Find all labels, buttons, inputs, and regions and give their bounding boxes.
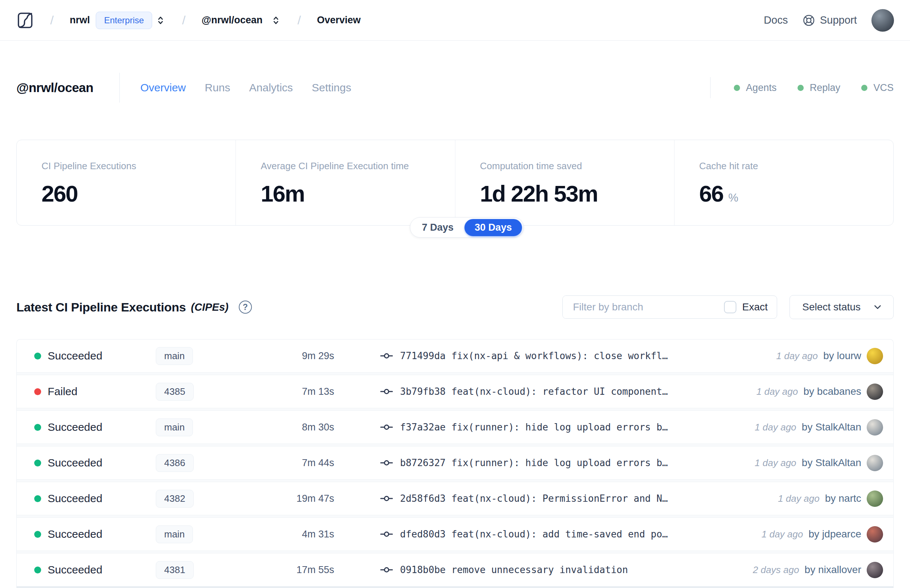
date-range-toggle: 7 Days 30 Days xyxy=(410,217,524,237)
indicator-agents[interactable]: Agents xyxy=(734,82,776,94)
title-tabs-divider xyxy=(120,73,120,103)
row-separator xyxy=(17,551,893,553)
breadcrumb-separator: / xyxy=(50,13,53,27)
table-filters: Exact Select status xyxy=(562,295,894,319)
git-commit-icon xyxy=(380,349,393,363)
author-label: by lourw xyxy=(823,350,861,362)
status-label: Succeeded xyxy=(48,457,102,469)
tab-settings[interactable]: Settings xyxy=(312,81,351,94)
tab-runs[interactable]: Runs xyxy=(205,81,230,94)
row-separator xyxy=(17,479,893,482)
status-dot-icon xyxy=(34,567,41,573)
commit-message: b8726327 fix(runner): hide log upload er… xyxy=(400,457,668,468)
author-label: by nixallover xyxy=(805,564,861,576)
branch-badge[interactable]: main xyxy=(156,418,193,436)
author-avatar xyxy=(867,491,883,507)
duration-label: 7m 44s xyxy=(236,457,334,468)
toggle-30-days[interactable]: 30 Days xyxy=(464,219,522,236)
cipe-table-row[interactable]: Succeeded 4382 19m 47s 2d58f6d3 feat(nx-… xyxy=(17,482,893,515)
duration-label: 17m 55s xyxy=(236,564,334,576)
stat-card-cache-hit-rate: Cache hit rate 66% xyxy=(674,140,893,225)
cipe-table-body: Succeeded main 9m 29s 771499da fix(nx-ap… xyxy=(17,339,893,586)
commit-message: 771499da fix(nx-api & workflows): close … xyxy=(400,351,668,361)
stat-value: 66 xyxy=(699,181,723,207)
author-label: by jdpearce xyxy=(808,528,861,540)
user-avatar[interactable] xyxy=(871,9,894,32)
status-label: Succeeded xyxy=(48,421,102,433)
workspace-switcher-chevrons-icon[interactable] xyxy=(270,15,281,26)
docs-link-label: Docs xyxy=(764,14,788,26)
exact-checkbox[interactable] xyxy=(724,301,736,313)
chevron-down-icon xyxy=(872,302,883,313)
status-label: Succeeded xyxy=(48,492,102,505)
status-label: Failed xyxy=(48,385,78,398)
agents-status-dot-icon xyxy=(734,85,740,91)
workspace-tabs: Overview Runs Analytics Settings xyxy=(140,81,351,94)
branch-badge[interactable]: main xyxy=(156,347,193,365)
branch-badge[interactable]: 4382 xyxy=(156,490,194,507)
cipe-table-row[interactable]: Succeeded 4381 17m 55s 0918b0be remove u… xyxy=(17,553,893,586)
docs-link[interactable]: Docs xyxy=(764,14,788,26)
breadcrumb: / nrwl Enterprise / @nrwl/ocean / Overvi… xyxy=(16,11,361,29)
git-commit-icon xyxy=(380,456,393,470)
duration-label: 4m 31s xyxy=(236,529,334,540)
stat-value: 1d 22h 53m xyxy=(480,181,598,207)
cipe-table-row[interactable]: Failed 4385 7m 13s 3b79fb38 feat(nx-clou… xyxy=(17,375,893,408)
status-dot-icon xyxy=(34,460,41,467)
branch-badge[interactable]: 4385 xyxy=(156,383,194,401)
stat-card-computation-time-saved: Computation time saved 1d 22h 53m xyxy=(455,140,674,225)
breadcrumb-current-page[interactable]: Overview xyxy=(317,15,361,26)
indicators-divider xyxy=(710,77,711,98)
author-avatar xyxy=(867,348,883,364)
row-separator xyxy=(17,372,893,375)
indicator-replay[interactable]: Replay xyxy=(797,82,840,94)
branch-filter-input[interactable] xyxy=(563,296,714,318)
branch-badge[interactable]: 4381 xyxy=(156,561,194,579)
status-dot-icon xyxy=(34,388,41,395)
cipe-table-row[interactable]: Succeeded main 9m 29s 771499da fix(nx-ap… xyxy=(17,339,893,372)
branch-badge[interactable]: 4386 xyxy=(156,454,194,472)
commit-message: f37a32ae fix(runner): hide log upload er… xyxy=(400,422,668,433)
git-commit-icon xyxy=(380,491,393,506)
exact-checkbox-label[interactable]: Exact xyxy=(742,301,768,313)
time-ago-label: 1 day ago xyxy=(756,386,798,397)
status-select-label: Select status xyxy=(802,301,860,313)
help-icon[interactable]: ? xyxy=(239,300,252,313)
breadcrumb-workspace[interactable]: @nrwl/ocean xyxy=(202,15,262,26)
breadcrumb-separator: / xyxy=(182,13,185,27)
org-plan-badge[interactable]: Enterprise xyxy=(96,11,152,29)
top-navigation-bar: / nrwl Enterprise / @nrwl/ocean / Overvi… xyxy=(0,0,910,41)
branch-filter-group: Exact xyxy=(562,296,777,319)
indicator-vcs[interactable]: VCS xyxy=(861,82,894,94)
cipe-table-row[interactable]: Succeeded main 4m 31s dfed80d3 feat(nx-c… xyxy=(17,518,893,551)
feature-indicators: Agents Replay VCS xyxy=(734,82,894,94)
author-label: by StalkAltan xyxy=(802,457,861,468)
breadcrumb-org[interactable]: nrwl xyxy=(70,15,90,26)
cipe-table-row[interactable]: Succeeded main 8m 30s f37a32ae fix(runne… xyxy=(17,411,893,444)
git-commit-icon xyxy=(380,527,393,541)
org-switcher-chevrons-icon[interactable] xyxy=(155,15,166,26)
cipe-table-row[interactable]: Succeeded 4386 7m 44s b8726327 fix(runne… xyxy=(17,446,893,479)
toggle-7-days[interactable]: 7 Days xyxy=(412,219,464,236)
branch-badge[interactable]: main xyxy=(156,525,193,543)
commit-message: 2d58f6d3 feat(nx-cloud): PermissionError… xyxy=(400,493,668,504)
author-avatar xyxy=(867,383,883,400)
cipe-table: Succeeded main 9m 29s 771499da fix(nx-ap… xyxy=(16,339,894,588)
duration-label: 8m 30s xyxy=(236,422,334,433)
stat-card-ci-pipeline-executions: CI Pipeline Executions 260 xyxy=(17,140,236,225)
tab-analytics[interactable]: Analytics xyxy=(249,81,293,94)
duration-label: 7m 13s xyxy=(236,386,334,397)
git-commit-icon xyxy=(380,563,393,577)
status-select-dropdown[interactable]: Select status xyxy=(789,295,894,319)
time-ago-label: 1 day ago xyxy=(755,457,796,468)
author-avatar xyxy=(867,562,883,578)
author-avatar xyxy=(867,419,883,436)
tab-overview[interactable]: Overview xyxy=(140,81,186,94)
nx-cloud-logo-icon[interactable] xyxy=(16,11,34,29)
workspace-header: @nrwl/ocean Overview Runs Analytics Sett… xyxy=(16,71,894,104)
commit-message: 3b79fb38 feat(nx-cloud): refactor UI com… xyxy=(400,386,668,397)
page-title: @nrwl/ocean xyxy=(16,81,93,95)
row-separator xyxy=(17,408,893,411)
status-label: Succeeded xyxy=(48,564,102,576)
support-link[interactable]: Support xyxy=(802,14,857,27)
